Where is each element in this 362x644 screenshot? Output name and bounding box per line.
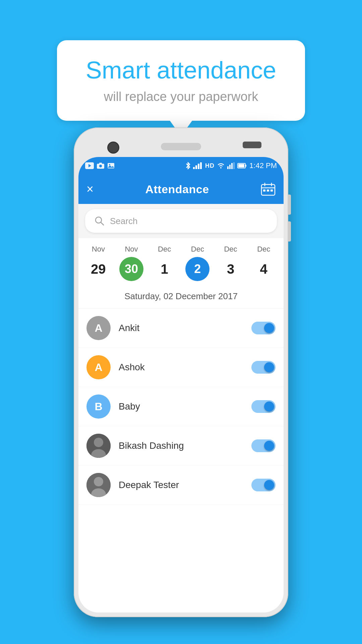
avatar: [86, 473, 111, 497]
person-name: Baby: [119, 401, 243, 412]
svg-rect-12: [227, 166, 229, 169]
search-placeholder: Search: [110, 216, 137, 226]
phone-mockup: HD: [74, 127, 288, 617]
person-name: Ashok: [119, 362, 243, 373]
list-item: Bikash Dashing: [78, 426, 284, 466]
phone-speaker: [161, 143, 201, 150]
svg-rect-23: [263, 190, 265, 192]
volume-down-button: [288, 221, 291, 241]
svg-line-27: [101, 222, 104, 225]
phone-sensor: [243, 142, 261, 148]
svg-rect-14: [231, 163, 233, 169]
svg-rect-11: [200, 162, 202, 169]
svg-rect-18: [238, 164, 244, 167]
status-icons-right: HD: [186, 161, 277, 170]
list-item: B Baby: [78, 387, 284, 426]
attendance-toggle[interactable]: [251, 400, 276, 413]
svg-rect-9: [195, 165, 197, 169]
svg-point-29: [94, 438, 103, 447]
youtube-icon: [85, 162, 94, 169]
person-name: Bikash Dashing: [119, 440, 243, 451]
attendance-list: A Ankit A Ashok: [78, 309, 284, 612]
attendance-toggle[interactable]: [251, 322, 276, 334]
date-selector: Nov 29 Nov 30 Dec 1 Dec 2: [78, 238, 284, 289]
volume-up-button: [288, 195, 291, 215]
status-icons-left: [85, 162, 115, 169]
avatar: A: [86, 316, 111, 340]
svg-rect-8: [193, 167, 195, 169]
svg-rect-13: [229, 165, 231, 169]
attendance-toggle[interactable]: [251, 479, 276, 491]
network1-icon: [227, 162, 235, 169]
list-item: Deepak Tester: [78, 466, 284, 505]
svg-point-6: [109, 164, 110, 165]
svg-rect-25: [270, 190, 273, 192]
svg-point-3: [99, 165, 102, 167]
wifi-icon: [217, 163, 225, 169]
status-time: 1:42 PM: [249, 161, 277, 170]
date-nov-30[interactable]: Nov 30: [115, 245, 148, 281]
date-dec-2[interactable]: Dec 2: [181, 245, 214, 281]
svg-rect-17: [245, 165, 246, 167]
list-item: A Ashok: [78, 348, 284, 387]
list-item: A Ankit: [78, 309, 284, 348]
date-dec-1[interactable]: Dec 1: [148, 245, 181, 281]
selected-date-label: Saturday, 02 December 2017: [78, 289, 284, 309]
svg-rect-4: [99, 163, 102, 164]
svg-rect-24: [267, 190, 269, 192]
status-bar: HD: [78, 157, 284, 174]
app-bar: × Attendance: [78, 174, 284, 204]
phone-camera: [107, 142, 119, 154]
search-bar[interactable]: Search: [85, 209, 277, 233]
avatar: [86, 434, 111, 458]
battery-icon: [237, 163, 247, 169]
date-nov-29[interactable]: Nov 29: [82, 245, 115, 281]
search-container: Search: [78, 204, 284, 238]
person-name: Deepak Tester: [119, 480, 243, 490]
promo-bubble: Smart attendance will replace your paper…: [57, 40, 305, 121]
avatar: B: [86, 394, 111, 419]
attendance-toggle[interactable]: [251, 439, 276, 452]
app-title: Attendance: [145, 183, 209, 196]
person-name: Ankit: [119, 323, 243, 333]
svg-point-32: [94, 477, 103, 486]
date-dec-4[interactable]: Dec 4: [247, 245, 280, 281]
image-icon: [107, 162, 115, 169]
bubble-subtitle: will replace your paperwork: [77, 90, 285, 104]
camera-icon: [97, 162, 105, 169]
signal-icon: [193, 162, 202, 169]
hd-badge: HD: [205, 162, 215, 169]
avatar: A: [86, 355, 111, 379]
bluetooth-icon: [186, 162, 190, 169]
svg-rect-15: [233, 162, 235, 169]
calendar-icon[interactable]: [261, 182, 276, 196]
attendance-toggle[interactable]: [251, 361, 276, 374]
date-dec-3[interactable]: Dec 3: [214, 245, 247, 281]
bubble-title: Smart attendance: [77, 57, 285, 84]
close-button[interactable]: ×: [86, 182, 94, 196]
svg-rect-10: [198, 164, 199, 169]
search-icon: [95, 216, 105, 226]
